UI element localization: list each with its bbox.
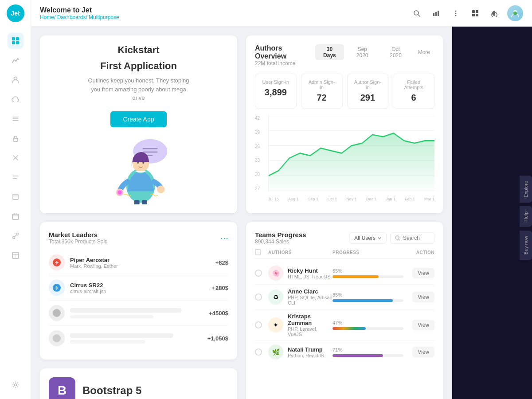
teams-progress-card: Teams Progress 890,344 Sales All Users <box>246 222 443 399</box>
view-button-1[interactable]: View <box>412 292 434 302</box>
teams-search-box[interactable] <box>390 232 434 244</box>
breadcrumb-dashboards[interactable]: Dashboards/ <box>57 14 87 20</box>
breadcrumb: Home/ Dashboards/ Multipurpose <box>40 14 119 20</box>
progress-fill-3 <box>332 354 383 357</box>
analytics-button[interactable] <box>429 6 443 20</box>
sidebar-item-box[interactable] <box>8 189 23 205</box>
filter-30days[interactable]: 30 Days <box>315 44 344 60</box>
progress-pct-3: 71% <box>332 347 403 352</box>
dark-mode-button[interactable] <box>488 6 502 20</box>
svg-point-51 <box>117 190 121 194</box>
sidebar-item-grid[interactable] <box>8 33 23 49</box>
svg-line-21 <box>15 235 16 237</box>
select-all-checkbox[interactable] <box>255 249 261 255</box>
app-logo[interactable]: Jet <box>7 4 24 22</box>
view-button-0[interactable]: View <box>412 268 434 278</box>
filter-oct2020[interactable]: Oct 2020 <box>381 44 411 60</box>
authors-overview-subtitle: 22M total income <box>255 60 315 66</box>
sidebar-item-lock[interactable] <box>8 130 23 146</box>
all-users-filter[interactable]: All Users <box>349 232 387 244</box>
svg-rect-22 <box>12 252 19 258</box>
sidebar-item-template[interactable] <box>8 247 23 263</box>
avatar-container[interactable] <box>507 5 523 21</box>
grid-view-button[interactable] <box>468 6 482 20</box>
svg-rect-8 <box>13 138 18 141</box>
market-item-extra: +4500$ <box>49 301 228 326</box>
options-button[interactable] <box>449 6 463 20</box>
author-tech-2: PHP, Laravel, VueJS <box>288 326 332 337</box>
progress-pct-1: 85% <box>332 292 403 297</box>
stat-value-0: 3,899 <box>261 87 291 98</box>
sidebar-item-tools[interactable] <box>8 228 23 244</box>
team-row-1: ♻ Anne Clarc PHP, SQLite, Artisan CLI 85… <box>255 285 434 309</box>
col-header-progress: PROGRESS <box>332 250 403 255</box>
view-button-2[interactable]: View <box>412 320 434 330</box>
sidebar-item-settings[interactable] <box>8 377 23 393</box>
side-tabs: Explore Help Buy now <box>520 176 532 260</box>
progress-fill-2 <box>332 327 366 330</box>
author-name-2: Kristaps Zumman <box>288 313 332 326</box>
row-checkbox-0[interactable] <box>255 270 262 277</box>
teams-subtitle: 890,344 Sales <box>255 239 306 245</box>
col-header-authors: AUTHORS <box>268 250 332 255</box>
col-header-action: ACTION <box>403 250 434 255</box>
svg-rect-34 <box>472 10 475 13</box>
row-checkbox-3[interactable] <box>255 348 262 356</box>
row-checkbox-1[interactable] <box>255 293 262 301</box>
svg-rect-35 <box>476 10 478 13</box>
filter-sep2020[interactable]: Sep 2020 <box>347 44 378 60</box>
svg-point-19 <box>12 237 15 239</box>
sidebar-item-cloud[interactable] <box>8 91 23 107</box>
create-app-button[interactable]: Create App <box>110 111 166 127</box>
search-button[interactable] <box>410 6 424 20</box>
stat-admin-signin: Admin Sign-in 72 <box>301 74 343 109</box>
progress-fill-1 <box>332 299 393 302</box>
authors-overview-title: Authors Overview <box>255 44 315 60</box>
online-indicator <box>513 12 517 15</box>
main-content: Welcome to Jet Home/ Dashboards/ Multipu… <box>31 0 532 399</box>
view-button-3[interactable]: View <box>412 347 434 357</box>
svg-rect-28 <box>433 13 434 16</box>
row-checkbox-2[interactable] <box>255 321 262 329</box>
svg-rect-0 <box>12 37 15 40</box>
svg-text:✈: ✈ <box>55 285 59 291</box>
bootstrap-title: Bootstrap 5 <box>82 384 141 397</box>
svg-line-27 <box>418 15 420 16</box>
svg-rect-37 <box>476 14 478 16</box>
search-input[interactable] <box>403 235 430 241</box>
chart-x-axis: Jul 15 Aug 1 Sep 1 Oct 1 Nov 1 Dec 1 Jan… <box>268 193 434 204</box>
buy-now-tab[interactable]: Buy now <box>520 231 532 260</box>
svg-line-68 <box>399 239 400 240</box>
sidebar-item-chart[interactable] <box>8 52 23 68</box>
market-value-1: +280$ <box>212 285 228 291</box>
sidebar-item-menu[interactable] <box>8 169 23 185</box>
market-icon-extra2 <box>49 330 65 346</box>
sidebar-item-calendar[interactable] <box>8 208 23 224</box>
svg-rect-1 <box>16 37 19 40</box>
explore-tab[interactable]: Explore <box>520 176 532 203</box>
svg-point-31 <box>455 10 457 12</box>
sidebar-item-list[interactable] <box>8 111 23 127</box>
help-tab[interactable]: Help <box>520 206 532 227</box>
market-leaders-options[interactable]: ⋯ <box>220 233 228 243</box>
stat-value-1: 72 <box>307 93 337 103</box>
market-icon-piper: ✈ <box>49 254 65 270</box>
svg-rect-52 <box>134 200 139 204</box>
stat-value-2: 291 <box>353 93 383 103</box>
stats-row: User Sign-in 3,899 Admin Sign-in 72 Auth… <box>255 74 434 109</box>
sidebar-item-close[interactable] <box>8 150 23 166</box>
body-area: Kickstart First Application Outlines kee… <box>31 27 532 399</box>
market-icon-extra <box>49 305 65 321</box>
authors-chart: 42 39 36 33 30 27 <box>255 116 434 204</box>
teams-title: Teams Progress <box>255 231 306 239</box>
time-filter-group: 30 Days Sep 2020 Oct 2020 More <box>315 44 434 60</box>
sidebar: Jet <box>0 0 31 399</box>
sidebar-item-user[interactable] <box>8 72 23 88</box>
stat-author-signin: Author Sign-in 291 <box>347 74 389 109</box>
breadcrumb-home[interactable]: Home/ <box>40 14 55 20</box>
market-leaders-card: Market Leaders Total 350k Products Sold … <box>40 222 237 360</box>
svg-rect-13 <box>13 194 18 200</box>
progress-track-3 <box>332 354 403 357</box>
team-row-3: 🌿 Natali Trump Python, ReactJS 71% V <box>255 341 434 363</box>
filter-more[interactable]: More <box>414 47 434 57</box>
